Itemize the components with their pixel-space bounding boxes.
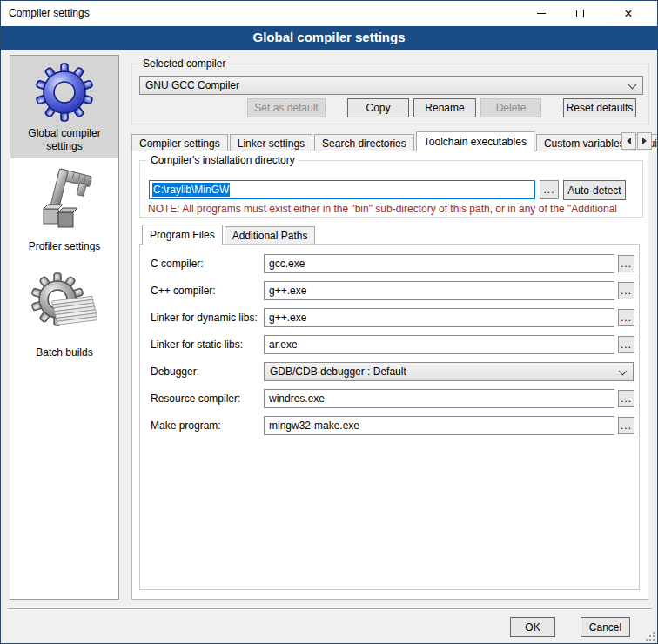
browse-button[interactable]: ...	[618, 255, 634, 272]
minimize-icon	[537, 13, 546, 14]
field-label: C compiler:	[151, 254, 204, 273]
footer-divider	[8, 608, 652, 610]
chevron-down-icon	[619, 367, 628, 376]
field-label: Make program:	[151, 416, 221, 435]
static-libs-linker-input[interactable]	[264, 335, 614, 354]
note-text: NOTE: All programs must exist either in …	[148, 203, 641, 215]
programs-tabstrip: Program Files Additional Paths	[142, 224, 317, 244]
sidebar-item-batch-builds[interactable]: Batch builds	[10, 272, 118, 359]
field-row-static-linker: Linker for static libs: ...	[140, 335, 641, 354]
tab-linker-settings[interactable]: Linker settings	[230, 134, 312, 151]
selected-compiler-group: Selected compiler GNU GCC Compiler Set a…	[131, 64, 649, 124]
sidebar-item-label: Batch builds	[17, 346, 112, 359]
dynamic-libs-linker-input[interactable]	[264, 308, 614, 327]
installation-directory-group: Compiler's installation directory C:\ray…	[139, 160, 643, 218]
field-row-dynamic-linker: Linker for dynamic libs: ...	[140, 308, 641, 327]
sidebar-item-label: Profiler settings	[17, 240, 112, 253]
field-row-cpp-compiler: C++ compiler: ...	[140, 281, 641, 300]
main-tabstrip: Compiler settings Linker settings Search…	[131, 131, 658, 151]
page-title: Global compiler settings	[1, 26, 657, 50]
close-button[interactable]: ×	[600, 1, 657, 26]
make-program-input[interactable]	[264, 416, 614, 435]
caliper-icon	[33, 167, 96, 237]
browse-button[interactable]: ...	[618, 390, 634, 407]
field-row-c-compiler: C compiler: ...	[140, 254, 641, 273]
field-label: Linker for dynamic libs:	[151, 308, 258, 327]
program-files-panel: C compiler: ... C++ compiler: ... Linker…	[139, 244, 640, 590]
resize-grip[interactable]	[644, 630, 655, 641]
tab-toolchain-executables[interactable]: Toolchain executables	[416, 131, 534, 152]
maximize-icon	[576, 10, 584, 17]
maximize-button[interactable]	[561, 1, 600, 26]
field-label: Linker for static libs:	[151, 335, 243, 354]
field-row-resource-compiler: Resource compiler: ...	[140, 389, 641, 408]
sidebar-item-profiler-settings[interactable]: Profiler settings	[10, 167, 118, 253]
minimize-button[interactable]	[521, 1, 561, 26]
sidebar-item-global-compiler-settings[interactable]: Global compiler settings	[10, 61, 118, 153]
tab-additional-paths[interactable]: Additional Paths	[225, 226, 316, 244]
tab-scroll-right-button[interactable]	[637, 132, 652, 150]
toolchain-executables-page: Compiler's installation directory C:\ray…	[131, 151, 648, 600]
auto-detect-button[interactable]: Auto-detect	[563, 180, 626, 200]
compiler-select-value: GNU GCC Compiler	[145, 79, 239, 91]
browse-directory-button[interactable]: ...	[540, 180, 559, 199]
tab-compiler-settings[interactable]: Compiler settings	[131, 134, 228, 151]
field-label: Resource compiler:	[151, 389, 240, 408]
field-label: Debugger:	[151, 362, 199, 381]
tab-custom-variables[interactable]: Custom variables	[536, 134, 633, 151]
group-label: Selected compiler	[139, 57, 229, 70]
right-triangle-icon	[642, 138, 647, 144]
installation-directory-input[interactable]: C:\raylib\MinGW	[149, 180, 535, 199]
selected-path-text: C:\raylib\MinGW	[152, 183, 230, 197]
sidebar-item-label: Global compiler settings	[17, 127, 112, 153]
titlebar: Compiler settings ×	[1, 1, 657, 26]
compiler-select[interactable]: GNU GCC Compiler	[139, 76, 643, 95]
compiler-settings-dialog: Compiler settings × Global compiler sett…	[0, 0, 658, 644]
left-triangle-icon	[627, 138, 631, 144]
reset-defaults-button[interactable]: Reset defaults	[563, 98, 636, 117]
browse-button[interactable]: ...	[618, 282, 634, 299]
group-label: Compiler's installation directory	[147, 154, 299, 166]
gray-gear-stack-icon	[31, 272, 97, 343]
cancel-button[interactable]: Cancel	[581, 617, 630, 637]
delete-button: Delete	[480, 98, 541, 117]
resource-compiler-input[interactable]	[264, 389, 614, 408]
window-title: Compiler settings	[9, 1, 90, 26]
debugger-select-value: GDB/CDB debugger : Default	[270, 366, 406, 378]
field-label: C++ compiler:	[151, 281, 216, 300]
rename-button[interactable]: Rename	[413, 98, 476, 117]
set-as-default-button: Set as default	[247, 98, 326, 117]
close-icon: ×	[624, 7, 632, 21]
c-compiler-input[interactable]	[264, 254, 614, 273]
browse-button[interactable]: ...	[618, 417, 634, 434]
blue-gear-icon	[35, 61, 94, 124]
copy-button[interactable]: Copy	[347, 98, 409, 117]
tab-search-directories[interactable]: Search directories	[314, 134, 414, 151]
ok-button[interactable]: OK	[510, 617, 555, 637]
settings-category-list: Global compiler settings	[10, 55, 119, 600]
tab-program-files[interactable]: Program Files	[142, 225, 223, 245]
field-row-make-program: Make program: ...	[140, 416, 641, 435]
debugger-select[interactable]: GDB/CDB debugger : Default	[264, 362, 634, 381]
browse-button[interactable]: ...	[618, 309, 634, 326]
tab-scroll-left-button[interactable]	[621, 132, 636, 150]
cpp-compiler-input[interactable]	[264, 281, 614, 300]
field-row-debugger: Debugger: GDB/CDB debugger : Default	[140, 362, 641, 381]
browse-button[interactable]: ...	[618, 336, 634, 353]
chevron-down-icon	[628, 81, 637, 90]
